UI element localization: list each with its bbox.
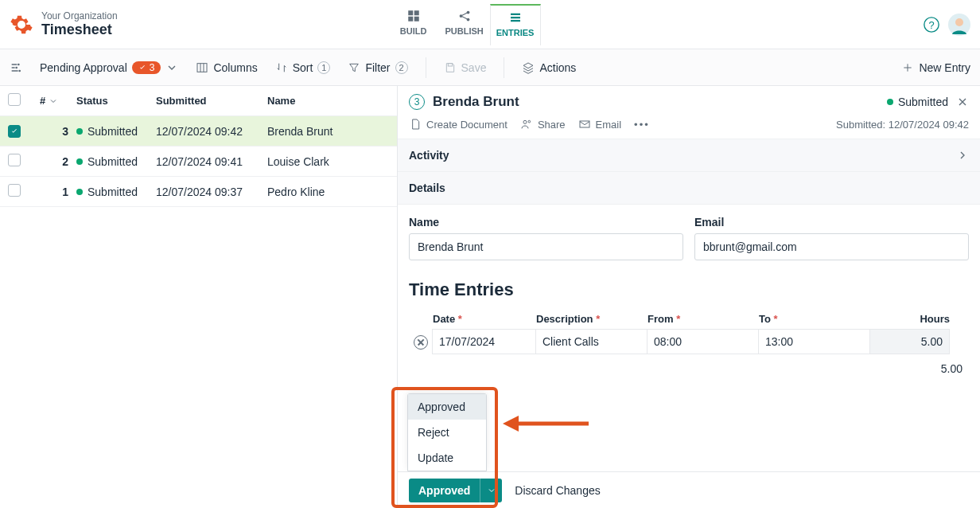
name-field[interactable]	[409, 233, 683, 260]
sort-count: 1	[317, 61, 330, 74]
grid-icon	[406, 9, 421, 23]
save-icon	[444, 61, 457, 74]
status-badge: Submitted	[887, 96, 948, 108]
avatar[interactable]	[948, 14, 970, 36]
time-entries-heading: Time Entries	[409, 279, 969, 300]
app-header: Your Organization Timesheet BUILD PUBLIS…	[0, 0, 980, 49]
view-selector[interactable]: Pending Approval 3	[40, 61, 178, 74]
status-option-reject[interactable]: Reject	[408, 420, 486, 445]
select-all-checkbox[interactable]	[8, 93, 21, 106]
svg-point-12	[523, 120, 527, 123]
entry-title: Brenda Brunt	[433, 94, 519, 110]
actions-button[interactable]: Actions	[522, 61, 576, 74]
document-icon	[409, 118, 422, 131]
svg-rect-11	[448, 63, 452, 65]
email-label: Email	[694, 216, 969, 229]
sliders-icon[interactable]	[10, 61, 22, 74]
tab-entries[interactable]: ENTRIES	[490, 4, 541, 45]
chevron-down-icon[interactable]	[480, 479, 502, 502]
plus-icon	[901, 61, 914, 74]
tab-publish[interactable]: PUBLISH	[439, 4, 490, 45]
remove-row-icon[interactable]	[414, 335, 428, 350]
filter-count: 2	[395, 61, 408, 74]
create-document-button[interactable]: Create Document	[409, 118, 508, 131]
svg-rect-10	[197, 63, 207, 72]
discard-changes-button[interactable]: Discard Changes	[515, 484, 600, 497]
layers-icon	[522, 61, 535, 74]
chevron-down-icon	[165, 61, 178, 74]
columns-button[interactable]: Columns	[196, 61, 257, 74]
details-section: Details	[398, 172, 980, 205]
toolbar: Pending Approval 3 Columns Sort 1 Filter…	[0, 49, 980, 86]
chevron-down-icon[interactable]	[49, 96, 58, 106]
svg-rect-14	[580, 121, 589, 127]
svg-text:?: ?	[928, 18, 934, 30]
detail-panel: 3 Brenda Brunt Submitted Create Document…	[397, 86, 980, 508]
filter-button[interactable]: Filter 2	[348, 61, 407, 74]
people-icon	[520, 118, 533, 131]
status-option-update[interactable]: Update	[408, 445, 486, 471]
top-tabs: BUILD PUBLISH ENTRIES	[388, 4, 541, 45]
funnel-icon	[348, 61, 360, 74]
save-button: Save	[444, 61, 487, 74]
share-button[interactable]: Share	[520, 118, 566, 131]
svg-point-13	[528, 120, 531, 123]
svg-point-2	[466, 18, 469, 21]
name-label: Name	[409, 216, 683, 229]
gear-icon	[10, 13, 33, 37]
pending-count-pill: 3	[132, 61, 161, 74]
org-label: Your Organization	[41, 10, 118, 21]
content-area: # Status Submitted Name 3Submitted12/07/…	[0, 86, 980, 508]
activity-section[interactable]: Activity	[398, 139, 980, 172]
sort-icon	[275, 61, 288, 74]
approved-split-button[interactable]: Approved	[409, 479, 502, 502]
list-icon	[508, 10, 523, 25]
sort-button[interactable]: Sort 1	[275, 61, 331, 74]
total-hours: 5.00	[409, 354, 969, 375]
entry-index: 3	[409, 94, 425, 110]
panel-footer: Approved Discard Changes	[398, 471, 980, 508]
share-icon	[457, 9, 472, 23]
new-entry-button[interactable]: New Entry	[901, 61, 970, 74]
svg-point-9	[18, 69, 21, 72]
page-title: Timesheet	[41, 21, 118, 38]
check-icon	[138, 64, 146, 72]
email-button[interactable]: Email	[578, 118, 622, 131]
svg-point-6	[955, 18, 963, 26]
row-checkbox[interactable]	[8, 125, 21, 138]
divider	[504, 57, 504, 78]
row-checkbox[interactable]	[8, 184, 21, 197]
columns-icon	[196, 61, 208, 74]
more-icon[interactable]: •••	[634, 119, 650, 131]
status-menu: Approved Reject Update	[407, 393, 487, 471]
help-icon[interactable]: ?	[923, 16, 940, 33]
svg-point-8	[15, 66, 18, 68]
chevron-right-icon	[956, 149, 969, 162]
time-entry-row: 17/07/2024 Client Calls 08:00 13:00 5.00	[409, 330, 969, 354]
svg-point-7	[18, 63, 20, 65]
tab-build[interactable]: BUILD	[388, 4, 439, 45]
divider	[426, 57, 426, 78]
brand: Your Organization Timesheet	[10, 10, 118, 38]
svg-point-0	[459, 14, 462, 18]
close-icon[interactable]	[956, 96, 969, 108]
envelope-icon	[578, 118, 591, 131]
status-option-approved[interactable]: Approved	[408, 394, 486, 420]
row-checkbox[interactable]	[8, 154, 21, 166]
svg-point-1	[466, 10, 469, 14]
email-field[interactable]	[694, 233, 969, 260]
